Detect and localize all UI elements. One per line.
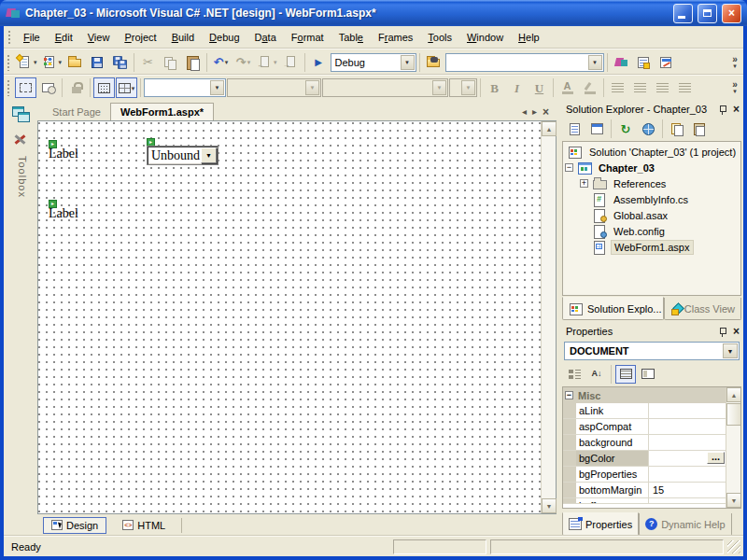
menu-window[interactable]: Window [459, 28, 511, 47]
select-elements-button[interactable] [15, 77, 36, 98]
combo-arrow-button[interactable]: ▼ [723, 343, 738, 358]
toolbar-overflow-button[interactable]: »▾ [728, 81, 741, 94]
target-schema-combo[interactable]: ▼ [322, 78, 448, 97]
menu-tools[interactable]: Tools [420, 28, 459, 47]
toolbox-tab[interactable] [7, 128, 35, 152]
tree-item-solution[interactable]: Solution 'Chapter_03' (1 project) [568, 144, 739, 160]
property-value[interactable] [649, 403, 726, 418]
resize-grip[interactable] [727, 540, 740, 553]
category-collapse-expander[interactable]: − [565, 391, 573, 399]
menu-view[interactable]: View [80, 28, 118, 47]
property-row-alink[interactable]: aLink [563, 403, 726, 419]
navigate-forward-button[interactable]: → [280, 52, 302, 73]
server-explorer-tab[interactable] [7, 102, 35, 126]
property-row-clipped[interactable]: buffer [563, 498, 726, 504]
color-picker-button[interactable]: ... [707, 452, 725, 464]
tree-item-webform1[interactable]: WebForm1.aspx [592, 239, 694, 255]
properties-scrollbar[interactable]: ▲ ▼ [726, 387, 740, 508]
property-value[interactable]: 15 [649, 483, 726, 497]
category-row-misc[interactable]: − Misc [563, 387, 726, 403]
tab-design-view[interactable]: Design [43, 517, 106, 534]
label-control-1[interactable]: Label [49, 147, 78, 161]
collapse-expander[interactable]: − [565, 163, 573, 172]
toolbox-window-button[interactable] [655, 52, 677, 73]
menu-file[interactable]: File [16, 28, 48, 47]
undo-dropdown[interactable]: ▾ [225, 59, 229, 65]
italic-button[interactable]: I [506, 77, 528, 98]
underline-button[interactable]: U [529, 77, 550, 98]
add-item-dropdown[interactable]: ▾ [59, 59, 63, 65]
minimize-button[interactable] [673, 4, 693, 23]
redo-dropdown[interactable]: ▾ [247, 59, 251, 65]
navigate-back-button[interactable]: ←▾ [255, 52, 279, 73]
tab-scroll-right-button[interactable]: ▸ [532, 107, 537, 117]
maximize-button[interactable] [698, 4, 717, 23]
find-combo[interactable]: ▼ [445, 53, 604, 72]
tab-dynamic-help[interactable]: ?Dynamic Help [639, 513, 731, 536]
redo-button[interactable]: ↷▾ [233, 52, 254, 73]
toolbar-overflow-button[interactable]: »▾ [728, 56, 741, 69]
view-designer-button[interactable] [586, 119, 607, 138]
properties-button[interactable] [689, 119, 710, 138]
property-value[interactable] [649, 435, 726, 450]
find-in-files-button[interactable] [423, 52, 444, 73]
menu-project[interactable]: Project [117, 28, 163, 47]
snap-dropdown[interactable]: ▾ [132, 85, 135, 91]
scroll-thumb[interactable] [726, 403, 741, 426]
open-file-button[interactable] [64, 52, 86, 73]
save-all-button[interactable] [109, 52, 131, 73]
tree-item-web-config[interactable]: Web.config [592, 223, 668, 239]
scroll-up-button[interactable]: ▲ [726, 387, 741, 402]
menu-format[interactable]: Format [284, 28, 331, 47]
save-button[interactable] [87, 52, 108, 73]
snap-to-grid-button[interactable]: ▾ [116, 77, 137, 98]
properties-view-button[interactable] [615, 365, 636, 384]
tab-scroll-left-button[interactable]: ◂ [522, 107, 527, 117]
combo-arrow-button[interactable]: ▼ [305, 80, 319, 95]
tab-properties[interactable]: Properties [562, 512, 639, 536]
align-justify-button[interactable] [674, 77, 696, 98]
close-button[interactable]: × [722, 4, 741, 23]
combo-arrow-button[interactable]: ▼ [401, 55, 415, 70]
menu-data[interactable]: Data [247, 28, 284, 47]
property-value[interactable] [649, 419, 726, 434]
combo-arrow-button[interactable]: ▼ [210, 80, 224, 95]
properties-header[interactable]: Properties × [560, 323, 743, 340]
solution-explorer-header[interactable]: Solution Explorer - Chapter_03 × [560, 101, 743, 118]
refresh-button[interactable]: ↻ [615, 119, 636, 138]
property-row-bgcolor[interactable]: bgColor ... [563, 451, 726, 467]
pin-icon[interactable] [717, 327, 727, 337]
property-value[interactable] [649, 498, 726, 503]
lock-elements-button[interactable] [65, 77, 87, 98]
display-order-button[interactable] [37, 77, 59, 98]
property-pages-button[interactable] [638, 365, 658, 384]
debug-config-combo[interactable]: Debug▼ [331, 53, 416, 72]
property-row-aspcompat[interactable]: aspCompat [563, 419, 726, 435]
tab-solution-explorer[interactable]: Solution Explo... [562, 297, 664, 320]
align-center-button[interactable] [629, 77, 651, 98]
pin-icon[interactable] [717, 105, 727, 115]
menu-help[interactable]: Help [511, 28, 547, 47]
style-combo[interactable]: ▼ [144, 78, 226, 97]
font-size-combo[interactable]: ▼ [449, 78, 477, 97]
document-close-button[interactable]: × [543, 106, 549, 118]
menu-table[interactable]: Table [331, 28, 371, 47]
categorized-button[interactable] [564, 365, 585, 384]
combo-arrow-button[interactable]: ▼ [588, 55, 602, 70]
combo-arrow-button[interactable]: ▼ [461, 80, 475, 95]
property-row-bgproperties[interactable]: bgProperties [563, 467, 726, 483]
tree-item-references[interactable]: + References [580, 175, 669, 191]
navigate-back-dropdown[interactable]: ▾ [274, 59, 277, 65]
font-name-combo[interactable]: ▼ [227, 78, 321, 97]
solution-explorer-button[interactable] [611, 52, 632, 73]
design-vertical-scrollbar[interactable]: ▲ ▼ [541, 121, 556, 513]
panel-close-button[interactable]: × [733, 326, 740, 337]
alphabetical-button[interactable]: A↓ [586, 365, 607, 384]
scroll-up-button[interactable]: ▲ [542, 121, 557, 136]
dropdownlist-arrow-button[interactable]: ▼ [201, 147, 217, 163]
align-right-button[interactable] [652, 77, 673, 98]
tree-item-global-asax[interactable]: Global.asax [592, 207, 670, 223]
highlight-button[interactable] [579, 77, 600, 98]
tree-item-assemblyinfo[interactable]: # AssemblyInfo.cs [592, 191, 691, 207]
menu-edit[interactable]: Edit [48, 28, 80, 47]
